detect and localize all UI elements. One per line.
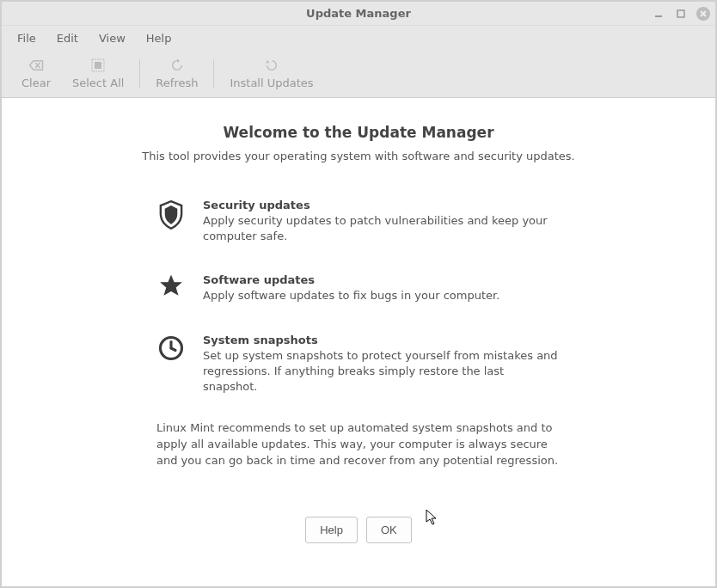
menu-view[interactable]: View: [90, 28, 134, 48]
recommendation-text: Linux Mint recommends to set up automate…: [53, 420, 664, 469]
refresh-button[interactable]: Refresh: [145, 54, 208, 93]
feature-software-updates: Software updates Apply software updates …: [156, 273, 561, 303]
maximize-icon: [677, 9, 685, 18]
ok-button[interactable]: OK: [366, 517, 412, 543]
help-button[interactable]: Help: [305, 517, 358, 543]
feature-title: System snapshots: [203, 334, 561, 346]
main-content: Welcome to the Update Manager This tool …: [2, 98, 715, 586]
install-icon: [264, 58, 279, 73]
toolbar-separator: [139, 59, 140, 89]
feature-body: Set up system snapshots to protect yours…: [203, 348, 561, 395]
svg-rect-7: [95, 62, 101, 69]
close-button[interactable]: [696, 7, 710, 21]
star-icon: [156, 273, 186, 303]
titlebar: Update Manager: [2, 2, 715, 26]
svg-rect-1: [677, 10, 684, 17]
feature-body: Apply security updates to patch vulnerab…: [203, 213, 561, 244]
install-updates-label: Install Updates: [230, 77, 313, 89]
refresh-icon: [169, 58, 185, 73]
toolbar: Clear Select All Refresh Install Updates: [2, 50, 715, 98]
refresh-label: Refresh: [156, 77, 198, 89]
minimize-button[interactable]: [652, 7, 665, 21]
clear-label: Clear: [21, 77, 51, 89]
feature-list: Security updates Apply security updates …: [53, 199, 664, 395]
welcome-subtitle: This tool provides your operating system…: [53, 150, 664, 162]
feature-title: Security updates: [203, 199, 561, 211]
svg-line-10: [171, 348, 175, 351]
dialog-buttons: Help OK: [53, 517, 664, 569]
feature-system-snapshots: System snapshots Set up system snapshots…: [156, 334, 561, 395]
clock-icon: [156, 334, 186, 395]
select-all-icon: [90, 58, 106, 73]
welcome-title: Welcome to the Update Manager: [53, 124, 664, 141]
clear-icon: [28, 58, 44, 73]
menu-file[interactable]: File: [9, 28, 45, 48]
feature-body: Apply software updates to fix bugs in yo…: [203, 288, 499, 303]
shield-icon: [156, 199, 186, 244]
maximize-button[interactable]: [674, 7, 688, 21]
menubar: File Edit View Help: [2, 26, 715, 50]
close-icon: [699, 9, 708, 18]
menu-help[interactable]: Help: [138, 28, 181, 48]
window: Update Manager File Edit View Help Clear: [0, 0, 717, 588]
install-updates-button[interactable]: Install Updates: [219, 54, 323, 93]
feature-security-updates: Security updates Apply security updates …: [156, 199, 561, 244]
toolbar-separator: [213, 59, 214, 89]
window-controls: [652, 2, 710, 25]
feature-title: Software updates: [203, 273, 499, 286]
minimize-icon: [654, 9, 663, 18]
clear-button[interactable]: Clear: [10, 54, 62, 93]
menu-edit[interactable]: Edit: [48, 28, 87, 48]
select-all-button[interactable]: Select All: [62, 54, 134, 93]
window-title: Update Manager: [306, 7, 411, 20]
select-all-label: Select All: [72, 77, 124, 89]
